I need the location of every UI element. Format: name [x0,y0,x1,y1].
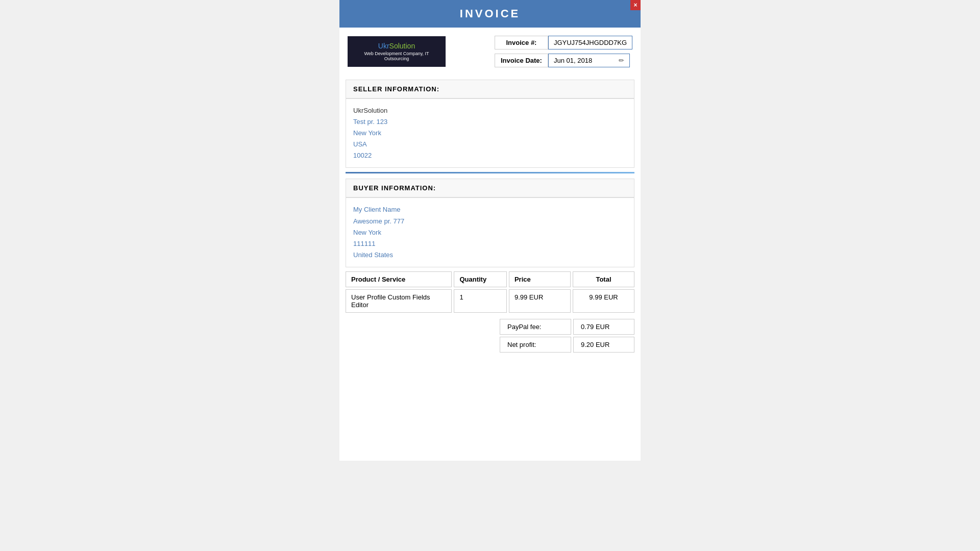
bottom-space [339,359,641,461]
page-wrapper: × INVOICE UkrSolution Web Development Co… [0,0,980,551]
summary-table: PayPal fee: 0.79 EUR Net profit: 9.20 EU… [500,319,634,353]
paypal-fee-label: PayPal fee: [500,319,571,335]
row-price: 9.99 EUR [509,289,571,313]
buyer-city: New York [353,227,627,238]
logo-solution: Solution [389,42,415,50]
paypal-fee-row: PayPal fee: 0.79 EUR [500,319,634,335]
seller-info-box: UkrSolution Test pr. 123 New York USA 10… [346,98,634,168]
col-product-header: Product / Service [346,271,452,287]
invoice-container: × INVOICE UkrSolution Web Development Co… [339,0,641,461]
seller-country: USA [353,139,627,150]
col-total-header: Total [573,271,634,287]
invoice-number-label: Invoice #: [495,36,548,49]
logo-invoice-row: UkrSolution Web Development Company, IT … [339,28,641,76]
invoice-number-value: JGYUJ754JHGDDD7KG [548,36,632,49]
invoice-title: INVOICE [460,7,520,20]
buyer-name: My Client Name [353,204,627,215]
invoice-date-value: Jun 01, 2018 ✏ [548,54,630,67]
seller-section-header: SELLER INFORMATION: [346,80,634,98]
paypal-fee-value: 0.79 EUR [573,319,634,335]
net-profit-label: Net profit: [500,337,571,353]
table-header-row: Product / Service Quantity Price Total [346,271,634,287]
company-logo: UkrSolution Web Development Company, IT … [348,36,446,67]
invoice-header: INVOICE [339,0,641,28]
logo-subtitle: Web Development Company, IT Outsourcing [354,51,439,61]
close-button[interactable]: × [630,0,641,10]
row-product: User Profile Custom Fields Editor [346,289,452,313]
col-quantity-header: Quantity [454,271,507,287]
col-price-header: Price [509,271,571,287]
edit-date-icon[interactable]: ✏ [619,57,624,64]
net-profit-value: 9.20 EUR [573,337,634,353]
net-profit-row: Net profit: 9.20 EUR [500,337,634,353]
buyer-country: United States [353,249,627,261]
row-total: 9.99 EUR [573,289,634,313]
buyer-zip: 111111 [353,238,627,249]
product-table: Product / Service Quantity Price Total U… [346,271,634,313]
invoice-date-label: Invoice Date: [495,54,548,67]
seller-zip: 10022 [353,150,627,161]
buyer-address1: Awesome pr. 777 [353,216,627,227]
buyer-info-box: My Client Name Awesome pr. 777 New York … [346,197,634,267]
summary-section: PayPal fee: 0.79 EUR Net profit: 9.20 EU… [346,319,634,353]
logo-text: UkrSolution [378,42,415,50]
buyer-section-header: BUYER INFORMATION: [346,179,634,197]
table-row: User Profile Custom Fields Editor 1 9.99… [346,289,634,313]
logo-ukr: Ukr [378,42,389,50]
seller-address1: Test pr. 123 [353,116,627,128]
row-quantity: 1 [454,289,507,313]
seller-city: New York [353,128,627,139]
invoice-date-row: Invoice Date: Jun 01, 2018 ✏ [495,54,632,67]
seller-name: UkrSolution [353,105,627,116]
invoice-number-row: Invoice #: JGYUJ754JHGDDD7KG [495,36,632,49]
section-divider [346,172,634,173]
invoice-meta: Invoice #: JGYUJ754JHGDDD7KG Invoice Dat… [495,36,632,67]
